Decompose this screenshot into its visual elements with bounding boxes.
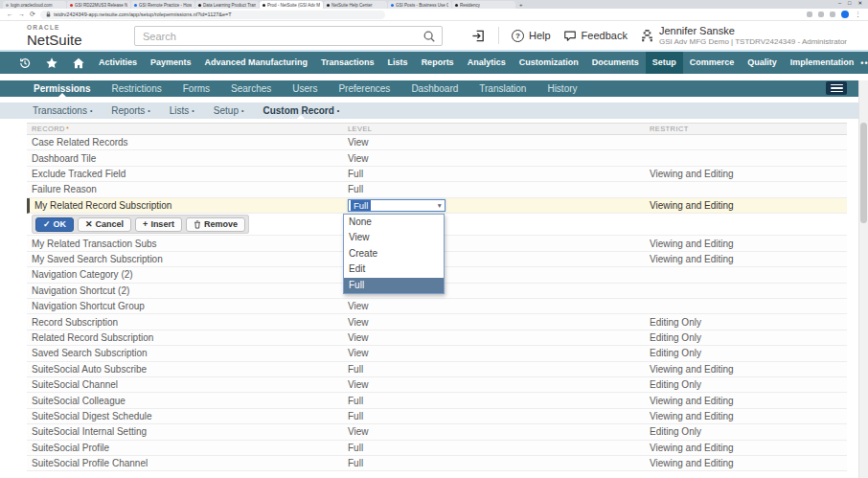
back-icon[interactable]: ←: [7, 9, 13, 20]
nav-item-setup[interactable]: Setup: [646, 52, 683, 74]
close-button[interactable]: ✕: [857, 0, 862, 8]
tab-forms[interactable]: Forms: [172, 80, 220, 97]
table-row[interactable]: Record SubscriptionViewEditing Only: [27, 314, 847, 330]
column-header-restrict[interactable]: RESTRICT: [645, 125, 847, 133]
browser-tab[interactable]: GSI Remote Practice - How To: [131, 1, 194, 9]
extension-icon[interactable]: [807, 11, 812, 17]
address-bar[interactable]: tstdrv2424349-app.netsuite.com/app/setup…: [40, 11, 385, 19]
subtab-custom-record[interactable]: Custom Record•: [253, 102, 349, 119]
reload-icon[interactable]: ⟳: [30, 9, 35, 20]
signout-icon[interactable]: [471, 29, 486, 43]
table-row[interactable]: SuiteSocial Profile ChannelFullViewing a…: [27, 456, 847, 471]
global-search-input[interactable]: [135, 31, 423, 42]
record-cell: Navigation Shortcut Group: [27, 301, 343, 311]
tab-preferences[interactable]: Preferences: [328, 80, 400, 97]
vertical-scrollbar[interactable]: [858, 80, 868, 478]
browser-tab-strip: login.oraclecloud.comGSI RD22MUS3 Releas…: [0, 0, 868, 9]
level-dropdown[interactable]: Full▼: [348, 199, 445, 212]
browser-profile-avatar[interactable]: [841, 11, 849, 18]
subtab-transactions[interactable]: Transactions•: [23, 102, 102, 119]
shortcuts-star-icon[interactable]: [38, 52, 65, 74]
subtab-setup[interactable]: Setup•: [204, 102, 254, 119]
table-row[interactable]: My Related Record SubscriptionFull▼Viewi…: [27, 198, 847, 214]
insert-button[interactable]: +Insert: [135, 217, 182, 232]
nav-item-customization[interactable]: Customization: [513, 52, 585, 74]
table-row[interactable]: Exclude Tracked FieldFullViewing and Edi…: [27, 167, 847, 182]
dropdown-option-none[interactable]: None: [344, 215, 444, 230]
browser-tab[interactable]: Residency: [452, 1, 515, 9]
nav-item-activities[interactable]: Activities: [92, 52, 144, 74]
table-row[interactable]: SuiteSocial Auto SubscribeFullViewing an…: [27, 362, 847, 377]
table-row[interactable]: Saved Search SubscriptionViewEditing Onl…: [27, 346, 847, 361]
tab-translation[interactable]: Translation: [468, 80, 537, 97]
browser-tab[interactable]: login.oraclecloud.com: [3, 1, 66, 9]
table-row[interactable]: Case Related RecordsView: [27, 135, 847, 150]
browser-tab[interactable]: NetSuite Help Center: [324, 1, 387, 9]
minimize-button[interactable]: –: [838, 0, 841, 8]
recent-records-icon[interactable]: [11, 52, 38, 74]
nav-item-advanced-manufacturing[interactable]: Advanced Manufacturing: [198, 52, 315, 74]
table-row[interactable]: SuiteSocial ColleagueFullViewing and Edi…: [27, 393, 847, 408]
tab-searches[interactable]: Searches: [220, 80, 282, 97]
tab-favicon: [70, 4, 73, 7]
tab-favicon: [198, 4, 201, 7]
table-row[interactable]: Navigation Shortcut GroupView: [27, 299, 847, 314]
nav-item-payments[interactable]: Payments: [144, 52, 198, 74]
scrollbar-thumb[interactable]: [860, 123, 867, 223]
table-row[interactable]: Related Record SubscriptionViewEditing O…: [27, 330, 847, 346]
remove-button[interactable]: Remove: [186, 217, 245, 232]
extension-icon[interactable]: [818, 11, 824, 17]
table-row[interactable]: SuiteSocial Internal SettingViewEditing …: [27, 424, 847, 440]
nav-item-commerce[interactable]: Commerce: [683, 52, 742, 74]
column-header-level[interactable]: LEVEL: [343, 125, 645, 133]
user-menu[interactable]: Jennifer Sanske GSI Adv MFG Demo | TSTDR…: [640, 25, 847, 47]
browser-tab[interactable]: Prod - NetSuite (GSI Adv MFG...: [260, 1, 323, 9]
user-block: Jennifer Sanske GSI Adv MFG Demo | TSTDR…: [659, 25, 847, 47]
nav-item-documents[interactable]: Documents: [585, 52, 646, 74]
new-tab-button[interactable]: +: [519, 1, 523, 9]
home-icon[interactable]: [65, 52, 92, 74]
record-cell: Case Related Records: [27, 137, 343, 148]
table-row[interactable]: SuiteSocial Digest ScheduleFullViewing a…: [27, 409, 847, 424]
nav-item-transactions[interactable]: Transactions: [314, 52, 381, 74]
oracle-netsuite-logo[interactable]: ORACLE NetSuite: [27, 25, 82, 47]
extension-icon[interactable]: [830, 11, 835, 17]
feedback-button[interactable]: Feedback: [563, 29, 628, 42]
table-row[interactable]: SuiteSocial ChannelViewEditing Only: [27, 377, 847, 393]
url-text: tstdrv2424349-app.netsuite.com/app/setup…: [54, 11, 232, 17]
dropdown-option-create[interactable]: Create: [344, 246, 444, 262]
nav-item-quality[interactable]: Quality: [741, 52, 784, 74]
nav-item-analytics[interactable]: Analytics: [461, 52, 513, 74]
list-menu-icon[interactable]: [826, 81, 847, 95]
dropdown-option-view[interactable]: View: [344, 230, 444, 245]
subtab-reports[interactable]: Reports•: [102, 102, 159, 119]
nav-item-implementation[interactable]: Implementation: [784, 52, 861, 74]
dropdown-option-edit[interactable]: Edit: [344, 262, 444, 277]
ok-button[interactable]: ✓OK: [35, 217, 74, 232]
tab-permissions[interactable]: Permissions: [23, 80, 101, 97]
record-cell: Record Subscription: [27, 317, 343, 328]
search-icon[interactable]: [423, 30, 436, 43]
maximize-button[interactable]: □: [848, 0, 851, 8]
tab-dashboard[interactable]: Dashboard: [400, 80, 468, 97]
browser-tab[interactable]: Data Learning Product Transc...: [195, 1, 259, 9]
nav-overflow-button[interactable]: •••: [860, 58, 868, 68]
tab-restrictions[interactable]: Restrictions: [101, 80, 171, 97]
browser-tab[interactable]: GSI RD22MUS3 Release N...: [67, 1, 130, 9]
table-row[interactable]: SuiteSocial ProfileFullViewing and Editi…: [27, 441, 847, 456]
nav-item-lists[interactable]: Lists: [381, 52, 415, 74]
browser-tab[interactable]: GSI Posts - Business Use Cas...: [388, 1, 451, 9]
restrict-cell: Viewing and Editing: [645, 458, 847, 468]
tab-history[interactable]: History: [537, 80, 587, 97]
nav-item-reports[interactable]: Reports: [415, 52, 461, 74]
tab-users[interactable]: Users: [282, 80, 328, 97]
table-row[interactable]: Dashboard TileView: [27, 150, 847, 166]
table-row[interactable]: Failure ReasonFull: [27, 182, 847, 197]
help-button[interactable]: ? Help: [512, 30, 551, 42]
forward-icon[interactable]: →: [18, 9, 25, 20]
cancel-button[interactable]: ✕Cancel: [78, 217, 131, 232]
dropdown-option-full[interactable]: Full: [344, 278, 444, 293]
browser-menu-icon[interactable]: ⋮: [855, 11, 861, 18]
subtab-lists[interactable]: Lists•: [160, 102, 204, 119]
column-header-record[interactable]: RECORD*: [27, 125, 343, 133]
